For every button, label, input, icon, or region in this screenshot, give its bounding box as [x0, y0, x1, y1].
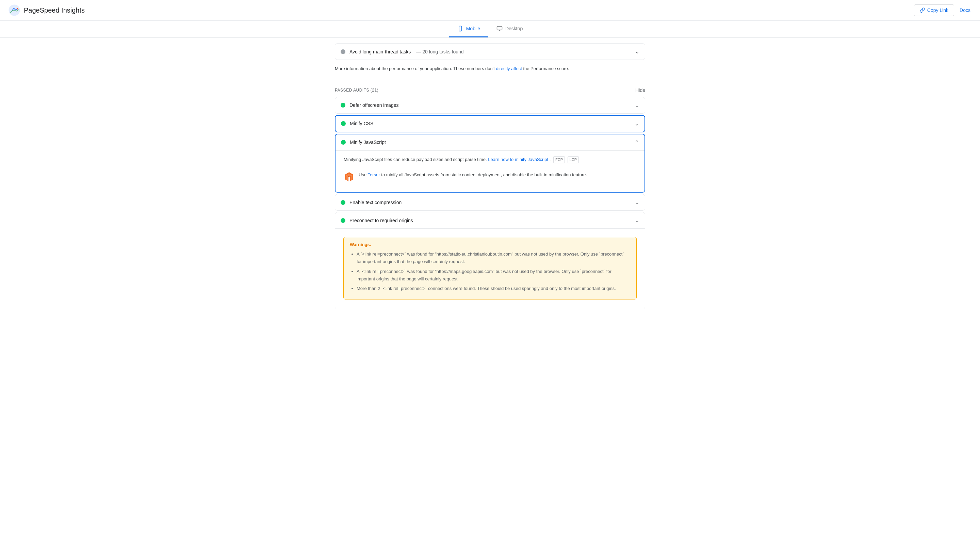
svg-rect-4	[497, 26, 502, 30]
chevron-down-icon-text: ⌄	[635, 199, 640, 206]
warnings-list: A `<link rel=preconnect>` was found for …	[350, 250, 630, 292]
audit-dot-text-compression	[340, 200, 345, 205]
audit-title-text-compression: Enable text compression	[350, 200, 401, 205]
audit-dot-minify-css	[341, 121, 346, 126]
audit-header-left-preconnect: Preconnect to required origins	[340, 218, 413, 223]
suggestion-row-magento: Use Terser to minify all JavaScript asse…	[344, 169, 636, 185]
audit-dot-defer-offscreen	[340, 103, 345, 108]
chevron-down-icon-preconnect: ⌄	[635, 217, 640, 223]
chevron-up-icon-js: ⌃	[635, 139, 639, 146]
page-header: PageSpeed Insights Copy Link Docs	[0, 0, 980, 21]
passed-audits-header: PASSED AUDITS (21) Hide	[335, 81, 645, 97]
audit-item-text-compression: Enable text compression ⌄	[335, 194, 645, 210]
description-text-before: Minifying JavaScript files can reduce pa…	[344, 157, 487, 162]
audit-header-left-css: Minify CSS	[341, 121, 373, 126]
directly-affect-link[interactable]: directly affect	[496, 66, 522, 71]
tab-desktop-label: Desktop	[505, 26, 523, 31]
audit-title-defer-offscreen: Defer offscreen images	[350, 102, 398, 108]
learn-minify-link[interactable]: Learn how to minify JavaScript	[488, 157, 548, 162]
suggestion-text-rest: to minify all JavaScript assets from sta…	[381, 172, 587, 177]
info-text-after: the Performance score.	[523, 66, 569, 71]
tab-mobile-label: Mobile	[466, 26, 480, 31]
logo-area: PageSpeed Insights	[8, 4, 85, 16]
warning-item-1: A `<link rel=preconnect>` was found for …	[356, 250, 630, 265]
audit-status-dot-grey	[340, 49, 345, 54]
pagespeed-logo-icon	[8, 4, 21, 16]
warnings-box: Warnings: A `<link rel=preconnect>` was …	[343, 237, 637, 299]
main-content: Avoid long main-thread tasks — 20 long t…	[327, 43, 653, 324]
audit-header-main-thread[interactable]: Avoid long main-thread tasks — 20 long t…	[335, 43, 645, 59]
lcp-tag: LCP	[568, 156, 579, 164]
audit-subtitle-main-thread: — 20 long tasks found	[416, 49, 463, 54]
audit-dot-preconnect	[340, 218, 345, 223]
audit-header-left-js: Minify JavaScript	[341, 140, 386, 145]
desktop-icon	[496, 25, 503, 32]
description-text-after: .	[550, 157, 551, 162]
terser-link[interactable]: Terser	[368, 172, 380, 177]
audit-header-preconnect[interactable]: Preconnect to required origins ⌄	[335, 212, 645, 228]
audit-title-main-thread: Avoid long main-thread tasks	[350, 49, 411, 54]
chevron-down-icon-css: ⌄	[635, 121, 639, 127]
copy-link-button[interactable]: Copy Link	[914, 5, 954, 16]
audit-title-minify-css: Minify CSS	[350, 121, 373, 126]
audit-content-preconnect: Warnings: A `<link rel=preconnect>` was …	[335, 228, 645, 309]
svg-point-1	[17, 8, 18, 10]
magento-icon	[344, 172, 355, 182]
audit-item-main-thread: Avoid long main-thread tasks — 20 long t…	[335, 43, 645, 60]
logo-text: PageSpeed Insights	[24, 6, 85, 14]
warnings-title: Warnings:	[350, 242, 630, 247]
warning-item-2: A `<link rel=preconnect>` was found for …	[356, 268, 630, 283]
mobile-icon	[457, 25, 463, 32]
audit-item-defer-offscreen: Defer offscreen images ⌄	[335, 97, 645, 114]
suggestion-use-text: Use	[359, 172, 366, 177]
tab-mobile[interactable]: Mobile	[449, 21, 488, 37]
audit-header-left-defer: Defer offscreen images	[340, 102, 398, 108]
audit-dot-minify-js	[341, 140, 346, 145]
audit-item-preconnect: Preconnect to required origins ⌄ Warning…	[335, 212, 645, 309]
fcp-tag: FCP	[553, 156, 565, 164]
docs-link[interactable]: Docs	[958, 5, 972, 16]
warning-item-3: More than 2 `<link rel=preconnect>` conn…	[356, 285, 630, 292]
audit-header-defer-offscreen[interactable]: Defer offscreen images ⌄	[335, 97, 645, 113]
info-text-before: More information about the performance o…	[335, 66, 495, 71]
tab-bar: Mobile Desktop	[0, 21, 980, 38]
audit-header-minify-js[interactable]: Minify JavaScript ⌃	[336, 134, 644, 150]
header-actions: Copy Link Docs	[914, 5, 972, 16]
audit-item-minify-js: Minify JavaScript ⌃ Minifying JavaScript…	[335, 134, 645, 193]
chevron-down-icon-defer: ⌄	[635, 102, 640, 108]
audit-title-minify-js: Minify JavaScript	[350, 140, 386, 145]
info-section: More information about the performance o…	[335, 61, 645, 81]
audit-header-text-compression[interactable]: Enable text compression ⌄	[335, 194, 645, 210]
suggestion-text-magento: Use Terser to minify all JavaScript asse…	[359, 172, 587, 178]
audit-header-left: Avoid long main-thread tasks — 20 long t…	[340, 49, 464, 54]
hide-button[interactable]: Hide	[635, 88, 645, 93]
link-icon	[920, 8, 925, 13]
audit-item-minify-css: Minify CSS ⌄	[335, 115, 645, 132]
chevron-down-icon: ⌄	[635, 48, 640, 55]
tab-desktop[interactable]: Desktop	[488, 21, 531, 37]
audit-content-minify-js: Minifying JavaScript files can reduce pa…	[336, 150, 644, 192]
copy-link-label: Copy Link	[927, 8, 948, 13]
audit-header-minify-css[interactable]: Minify CSS ⌄	[336, 116, 644, 132]
passed-audits-title: PASSED AUDITS (21)	[335, 88, 379, 92]
audit-title-preconnect: Preconnect to required origins	[350, 218, 413, 223]
audit-header-left-text: Enable text compression	[340, 200, 401, 205]
audit-description-minify-js: Minifying JavaScript files can reduce pa…	[344, 156, 636, 164]
